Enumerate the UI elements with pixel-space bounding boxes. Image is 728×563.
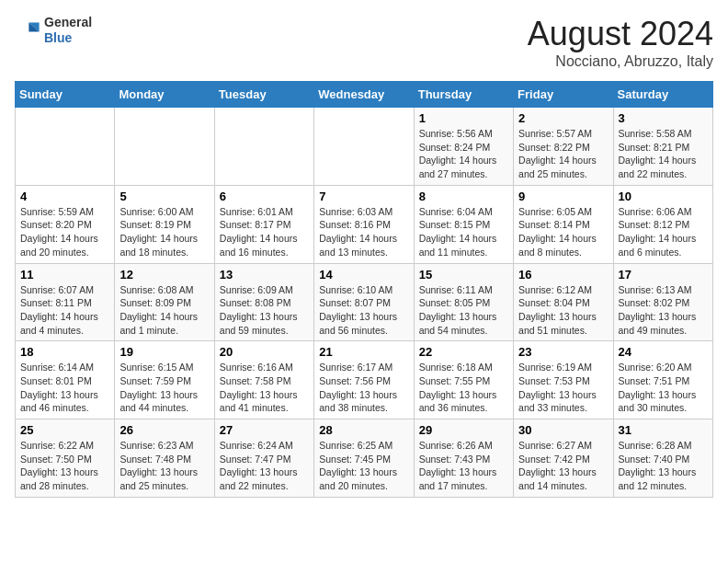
title-block: August 2024 Nocciano, Abruzzo, Italy <box>528 15 713 70</box>
page-header: General Blue August 2024 Nocciano, Abruz… <box>15 15 713 70</box>
logo-general: General <box>44 15 92 30</box>
day-number: 23 <box>518 345 608 359</box>
calendar-cell: 8Sunrise: 6:04 AM Sunset: 8:15 PM Daylig… <box>414 185 513 263</box>
day-number: 24 <box>619 345 708 359</box>
day-number: 9 <box>518 190 608 203</box>
weekday-header-friday: Friday <box>514 82 613 108</box>
weekday-header-monday: Monday <box>115 82 214 108</box>
day-number: 1 <box>419 111 508 125</box>
calendar-cell: 31Sunrise: 6:28 AM Sunset: 7:40 PM Dayli… <box>613 419 712 498</box>
day-number: 16 <box>518 268 608 282</box>
day-info: Sunrise: 6:20 AM Sunset: 7:51 PM Dayligh… <box>619 361 708 415</box>
calendar-cell: 23Sunrise: 6:19 AM Sunset: 7:53 PM Dayli… <box>514 341 613 419</box>
logo-text: General Blue <box>44 15 92 46</box>
calendar-cell: 14Sunrise: 6:10 AM Sunset: 8:07 PM Dayli… <box>314 263 414 341</box>
day-info: Sunrise: 6:27 AM Sunset: 7:42 PM Dayligh… <box>518 439 608 493</box>
day-info: Sunrise: 6:23 AM Sunset: 7:48 PM Dayligh… <box>119 439 209 493</box>
calendar-week-4: 18Sunrise: 6:14 AM Sunset: 8:01 PM Dayli… <box>16 341 713 419</box>
calendar-cell: 28Sunrise: 6:25 AM Sunset: 7:45 PM Dayli… <box>314 419 414 498</box>
day-number: 17 <box>619 268 708 282</box>
day-info: Sunrise: 5:56 AM Sunset: 8:24 PM Dayligh… <box>419 127 508 181</box>
calendar-week-3: 11Sunrise: 6:07 AM Sunset: 8:11 PM Dayli… <box>16 263 713 341</box>
day-number: 29 <box>419 423 508 437</box>
calendar-cell <box>115 108 214 186</box>
day-number: 20 <box>220 345 309 359</box>
day-number: 5 <box>119 190 209 203</box>
calendar-cell: 4Sunrise: 5:59 AM Sunset: 8:20 PM Daylig… <box>16 185 115 263</box>
calendar-cell: 2Sunrise: 5:57 AM Sunset: 8:22 PM Daylig… <box>514 108 613 186</box>
day-info: Sunrise: 5:59 AM Sunset: 8:20 PM Dayligh… <box>20 205 109 259</box>
calendar-cell <box>16 108 115 186</box>
calendar-cell: 6Sunrise: 6:01 AM Sunset: 8:17 PM Daylig… <box>214 185 313 263</box>
weekday-row: SundayMondayTuesdayWednesdayThursdayFrid… <box>16 82 713 108</box>
calendar-cell: 7Sunrise: 6:03 AM Sunset: 8:16 PM Daylig… <box>314 185 414 263</box>
day-info: Sunrise: 6:15 AM Sunset: 7:59 PM Dayligh… <box>119 361 209 415</box>
day-info: Sunrise: 6:26 AM Sunset: 7:43 PM Dayligh… <box>419 439 508 493</box>
day-info: Sunrise: 6:04 AM Sunset: 8:15 PM Dayligh… <box>419 205 508 259</box>
day-number: 21 <box>319 345 408 359</box>
calendar-cell: 16Sunrise: 6:12 AM Sunset: 8:04 PM Dayli… <box>514 263 613 341</box>
day-number: 27 <box>220 423 309 437</box>
day-number: 22 <box>419 345 508 359</box>
day-number: 6 <box>220 190 309 203</box>
calendar-cell: 15Sunrise: 6:11 AM Sunset: 8:05 PM Dayli… <box>414 263 513 341</box>
day-info: Sunrise: 6:18 AM Sunset: 7:55 PM Dayligh… <box>419 361 508 415</box>
calendar-cell: 29Sunrise: 6:26 AM Sunset: 7:43 PM Dayli… <box>414 419 513 498</box>
day-info: Sunrise: 6:19 AM Sunset: 7:53 PM Dayligh… <box>518 361 608 415</box>
day-info: Sunrise: 6:16 AM Sunset: 7:58 PM Dayligh… <box>220 361 309 415</box>
day-number: 30 <box>518 423 608 437</box>
calendar-cell: 9Sunrise: 6:05 AM Sunset: 8:14 PM Daylig… <box>514 185 613 263</box>
day-info: Sunrise: 6:09 AM Sunset: 8:08 PM Dayligh… <box>220 283 309 338</box>
calendar-cell: 20Sunrise: 6:16 AM Sunset: 7:58 PM Dayli… <box>214 341 313 419</box>
calendar-cell: 5Sunrise: 6:00 AM Sunset: 8:19 PM Daylig… <box>115 185 214 263</box>
weekday-header-wednesday: Wednesday <box>314 82 414 108</box>
calendar-table: SundayMondayTuesdayWednesdayThursdayFrid… <box>15 81 713 498</box>
day-info: Sunrise: 6:22 AM Sunset: 7:50 PM Dayligh… <box>20 439 109 493</box>
calendar-cell: 22Sunrise: 6:18 AM Sunset: 7:55 PM Dayli… <box>414 341 513 419</box>
calendar-cell: 3Sunrise: 5:58 AM Sunset: 8:21 PM Daylig… <box>613 108 712 186</box>
weekday-header-thursday: Thursday <box>414 82 513 108</box>
day-number: 14 <box>319 268 408 282</box>
day-info: Sunrise: 6:03 AM Sunset: 8:16 PM Dayligh… <box>319 205 408 259</box>
day-info: Sunrise: 5:57 AM Sunset: 8:22 PM Dayligh… <box>518 127 608 181</box>
calendar-cell: 13Sunrise: 6:09 AM Sunset: 8:08 PM Dayli… <box>214 263 313 341</box>
day-info: Sunrise: 6:24 AM Sunset: 7:47 PM Dayligh… <box>220 439 309 493</box>
day-number: 13 <box>220 268 309 282</box>
calendar-cell <box>214 108 313 186</box>
day-number: 28 <box>319 423 408 437</box>
calendar-cell: 11Sunrise: 6:07 AM Sunset: 8:11 PM Dayli… <box>16 263 115 341</box>
day-number: 15 <box>419 268 508 282</box>
day-number: 19 <box>119 345 209 359</box>
calendar-cell: 21Sunrise: 6:17 AM Sunset: 7:56 PM Dayli… <box>314 341 414 419</box>
day-info: Sunrise: 6:07 AM Sunset: 8:11 PM Dayligh… <box>20 283 109 338</box>
calendar-cell: 30Sunrise: 6:27 AM Sunset: 7:42 PM Dayli… <box>514 419 613 498</box>
page-title: August 2024 <box>528 15 713 53</box>
calendar-week-1: 1Sunrise: 5:56 AM Sunset: 8:24 PM Daylig… <box>16 108 713 186</box>
calendar-week-5: 25Sunrise: 6:22 AM Sunset: 7:50 PM Dayli… <box>16 419 713 498</box>
calendar-body: 1Sunrise: 5:56 AM Sunset: 8:24 PM Daylig… <box>16 108 713 498</box>
day-number: 25 <box>20 423 109 437</box>
calendar-cell <box>314 108 414 186</box>
day-number: 7 <box>319 190 408 203</box>
logo-icon <box>15 17 40 43</box>
day-number: 2 <box>518 111 608 125</box>
calendar-cell: 10Sunrise: 6:06 AM Sunset: 8:12 PM Dayli… <box>613 185 712 263</box>
day-info: Sunrise: 5:58 AM Sunset: 8:21 PM Dayligh… <box>619 127 708 181</box>
day-info: Sunrise: 6:00 AM Sunset: 8:19 PM Dayligh… <box>119 205 209 259</box>
day-info: Sunrise: 6:17 AM Sunset: 7:56 PM Dayligh… <box>319 361 408 415</box>
day-number: 3 <box>619 111 708 125</box>
calendar-header: SundayMondayTuesdayWednesdayThursdayFrid… <box>16 82 713 108</box>
weekday-header-sunday: Sunday <box>16 82 115 108</box>
day-number: 10 <box>619 190 708 203</box>
day-info: Sunrise: 6:08 AM Sunset: 8:09 PM Dayligh… <box>119 283 209 338</box>
calendar-cell: 17Sunrise: 6:13 AM Sunset: 8:02 PM Dayli… <box>613 263 712 341</box>
day-info: Sunrise: 6:28 AM Sunset: 7:40 PM Dayligh… <box>619 439 708 493</box>
day-info: Sunrise: 6:01 AM Sunset: 8:17 PM Dayligh… <box>220 205 309 259</box>
calendar-cell: 27Sunrise: 6:24 AM Sunset: 7:47 PM Dayli… <box>214 419 313 498</box>
day-number: 11 <box>20 268 109 282</box>
calendar-week-2: 4Sunrise: 5:59 AM Sunset: 8:20 PM Daylig… <box>16 185 713 263</box>
day-info: Sunrise: 6:25 AM Sunset: 7:45 PM Dayligh… <box>319 439 408 493</box>
day-number: 8 <box>419 190 508 203</box>
logo-blue: Blue <box>44 30 92 46</box>
page-subtitle: Nocciano, Abruzzo, Italy <box>528 53 713 70</box>
